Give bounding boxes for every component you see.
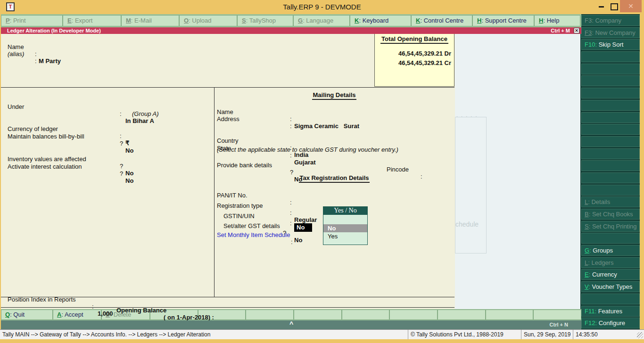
menu-button[interactable]: H: Help	[534, 15, 580, 26]
bottom-border	[0, 339, 644, 343]
field-position-index-value[interactable]: 1,000	[98, 310, 113, 317]
main-column: P: PrintE: ExportM: E-MailO: UploadS: Ta…	[0, 14, 581, 329]
statusbar: Tally MAIN --> Gateway of Tally --> Acco…	[0, 329, 644, 339]
menu-button[interactable]: H: Support Centre	[472, 15, 534, 26]
sidebar-button	[581, 64, 640, 74]
teal-shortcut: Ctrl + N	[550, 322, 568, 327]
menu-label: Export	[75, 17, 93, 24]
titlebar: T Tally.ERP 9 - DEVMODE ✕	[0, 0, 644, 14]
maximize-button[interactable]	[608, 0, 620, 12]
bottom-button	[438, 310, 486, 320]
divider	[214, 87, 215, 297]
window-controls: ✕	[595, 0, 642, 12]
field-currency: Currency of ledger : ₹	[8, 118, 210, 126]
dropdown-options: NoYes	[323, 215, 368, 245]
ledger-form: . . . . . chedule Name : M Party (alias)…	[1, 34, 581, 309]
top-menubar: P: PrintE: ExportM: E-MailO: UploadS: Ta…	[1, 14, 581, 27]
field-pincode: Pincode	[387, 166, 409, 173]
opening-balance-row: Opening Balance ( on 1-Apr-2018) :	[1, 300, 454, 307]
sidebar-button	[581, 51, 640, 62]
menu-label: Support Centre	[485, 17, 527, 24]
menu-button[interactable]: K: Keyboard	[350, 15, 411, 26]
divider	[1, 87, 454, 88]
field-name: Name : M Party	[8, 36, 366, 44]
sidebar-button[interactable]: F12: Configure	[581, 318, 640, 328]
menu-label: Print	[13, 17, 26, 24]
breadcrumb: Tally MAIN --> Gateway of Tally --> Acco…	[0, 330, 408, 339]
resize-grip-icon[interactable]	[637, 332, 643, 338]
sidebar-button[interactable]: B: Set Chq Books	[581, 209, 640, 220]
right-sidebar: F3: CompanyF3: New CompanyF10: Skip Sort…	[581, 14, 644, 329]
sidebar-button	[581, 124, 640, 135]
field-monthly-schedule-value[interactable]: No	[294, 223, 312, 232]
bottom-button	[533, 310, 581, 320]
menu-button[interactable]: G: Language	[293, 15, 350, 26]
divider	[1, 297, 454, 297]
balance-dr: 46,54,45,329.21 Dr	[375, 49, 451, 58]
menu-button[interactable]: S: TallyShop	[237, 15, 293, 26]
sidebar-button[interactable]: E: Currency	[581, 269, 640, 280]
field-country: Country : India	[217, 130, 453, 138]
bottom-buttonbar: Q: QuitA: AcceptD: Delete	[1, 309, 581, 320]
menu-button[interactable]: O: Upload	[179, 15, 237, 26]
sidebar-button	[581, 160, 640, 171]
sidebar-button	[581, 233, 640, 244]
bottom-button	[342, 310, 390, 320]
sidebar-button	[581, 172, 640, 183]
dropdown-option[interactable]: Yes	[323, 232, 367, 240]
minimize-button[interactable]	[595, 0, 608, 12]
sidebar-button[interactable]: L: Details	[581, 196, 640, 207]
sidebar-button[interactable]: F3: New Company	[581, 27, 640, 38]
menu-key: E	[67, 17, 72, 24]
bottom-button	[389, 310, 438, 320]
status-date: Sun, 29 Sep, 2019	[521, 330, 573, 339]
field-interest-value[interactable]: No	[125, 177, 133, 184]
bottom-button[interactable]: A: Accept	[53, 310, 101, 320]
background-ghost-box	[455, 117, 487, 253]
menu-button[interactable]: P: Print	[1, 15, 63, 26]
collapse-caret-icon[interactable]: ^	[289, 320, 293, 328]
close-window-icon[interactable]: ✕	[574, 28, 579, 33]
sidebar-button[interactable]: G: Groups	[581, 245, 640, 256]
bottom-button	[246, 310, 294, 320]
menu-key: K	[416, 17, 420, 24]
menu-label: Control Centre	[424, 17, 464, 24]
field-set-alter-gst-value[interactable]: No	[294, 237, 302, 244]
bottom-button	[294, 310, 342, 320]
menu-button[interactable]: E: Export	[63, 15, 121, 26]
menu-button[interactable]: M: E-Mail	[121, 15, 179, 26]
tally-app-window: T Tally.ERP 9 - DEVMODE ✕ P: PrintE: Exp…	[0, 0, 644, 343]
menu-button[interactable]: K: Control Centre	[411, 15, 472, 26]
copyright-text: © Tally Solutions Pvt Ltd., 1988-2019	[408, 330, 521, 339]
field-under-group: (Group A)	[8, 103, 210, 111]
sidebar-button[interactable]: S: Set Chq Printing	[581, 221, 640, 232]
opening-balance-date: ( on 1-Apr-2018) :	[164, 314, 214, 321]
ledger-window-title: Ledger Alteration (In Developer Mode)	[7, 28, 101, 33]
menu-label: TallyShop	[249, 17, 276, 24]
sidebar-button	[581, 136, 640, 147]
close-button[interactable]: ✕	[620, 0, 642, 12]
tax-registration-title: Tax Registration Details	[214, 174, 454, 181]
field-interest: Activate interest calculation ? No	[8, 156, 210, 163]
field-bill-by-bill: Maintain balances bill-by-bill ? No	[8, 126, 210, 133]
menu-key: G	[298, 17, 303, 24]
bottom-button	[486, 310, 534, 320]
field-currency-value[interactable]: ₹	[125, 139, 129, 147]
field-name-value[interactable]: M Party	[39, 57, 61, 65]
menu-label: Help	[547, 17, 560, 24]
sidebar-button[interactable]: F11: Features	[581, 306, 640, 317]
sidebar-button[interactable]: L: Ledgers	[581, 257, 640, 268]
sidebar-button[interactable]: V: Voucher Types	[581, 281, 640, 292]
sidebar-button	[581, 88, 640, 98]
balance-cr: 46,54,45,329.21 Cr	[375, 58, 451, 68]
sidebar-buttons: F3: CompanyF3: New CompanyF10: Skip Sort…	[581, 14, 640, 329]
sidebar-button[interactable]: F3: Company	[581, 15, 640, 26]
sidebar-button	[581, 185, 640, 196]
dropdown-option[interactable]: No	[323, 224, 367, 232]
field-mailing-name-value[interactable]: Sigma Ceramic Surat	[294, 122, 359, 130]
sidebar-button[interactable]: F10: Skip Sort	[581, 39, 640, 50]
field-inventory-value[interactable]: No	[125, 170, 133, 177]
window-shortcut: Ctrl + M	[551, 28, 570, 33]
field-alias: (alias) :	[8, 43, 366, 51]
sidebar-button	[581, 112, 640, 123]
